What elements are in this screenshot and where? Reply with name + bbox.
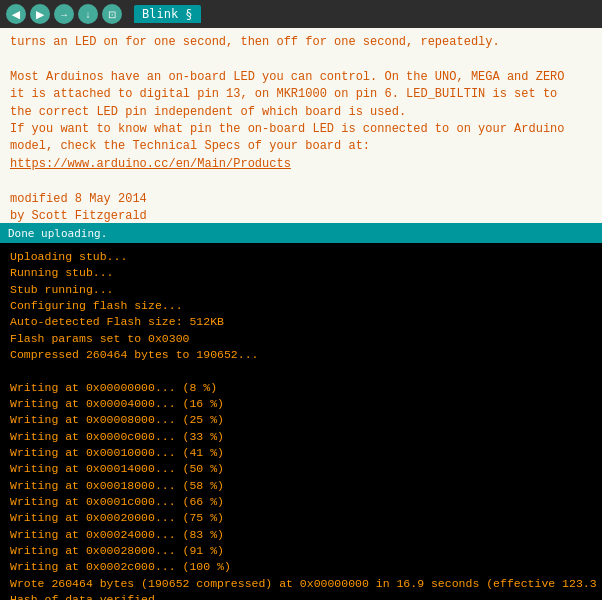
editor-line: by Scott Fitzgerald	[10, 208, 592, 223]
console-area: Uploading stub... Running stub... Stub r…	[0, 243, 602, 600]
console-line: Flash params set to 0x0300	[10, 331, 592, 347]
editor-line: If you want to know what pin the on-boar…	[10, 121, 592, 138]
editor-line	[10, 173, 592, 190]
console-line: Auto-detected Flash size: 512KB	[10, 314, 592, 330]
arduino-link[interactable]: https://www.arduino.cc/en/Main/Products	[10, 157, 291, 171]
console-line: Writing at 0x00018000... (58 %)	[10, 478, 592, 494]
save-button[interactable]: ↓	[78, 4, 98, 24]
console-line: Writing at 0x0002c000... (100 %)	[10, 559, 592, 575]
editor-line: modified 8 May 2014	[10, 191, 592, 208]
editor-line: Most Arduinos have an on-board LED you c…	[10, 69, 592, 86]
console-line: Writing at 0x0000c000... (33 %)	[10, 429, 592, 445]
console-line: Writing at 0x00004000... (16 %)	[10, 396, 592, 412]
console-line: Writing at 0x00008000... (25 %)	[10, 412, 592, 428]
sketch-tab[interactable]: Blink §	[134, 5, 201, 23]
editor-line: the correct LED pin independent of which…	[10, 104, 592, 121]
toolbar: ◀ ▶ → ↓ ⊡ Blink §	[0, 0, 602, 28]
status-text: Done uploading.	[8, 227, 107, 240]
editor-line	[10, 51, 592, 68]
console-line: Configuring flash size...	[10, 298, 592, 314]
editor-area: turns an LED on for one second, then off…	[0, 28, 602, 223]
console-line: Compressed 260464 bytes to 190652...	[10, 347, 592, 363]
editor-line: turns an LED on for one second, then off…	[10, 34, 592, 51]
forward-button[interactable]: ▶	[30, 4, 50, 24]
console-line: Wrote 260464 bytes (190652 compressed) a…	[10, 576, 592, 592]
console-line: Writing at 0x00020000... (75 %)	[10, 510, 592, 526]
back-button[interactable]: ◀	[6, 4, 26, 24]
editor-link-line[interactable]: https://www.arduino.cc/en/Main/Products	[10, 156, 592, 173]
console-line: Writing at 0x00014000... (50 %)	[10, 461, 592, 477]
console-line: Hash of data verified.	[10, 592, 592, 600]
console-line: Stub running...	[10, 282, 592, 298]
editor-line: it is attached to digital pin 13, on MKR…	[10, 86, 592, 103]
serial-monitor-button[interactable]: ⊡	[102, 4, 122, 24]
console-line: Running stub...	[10, 265, 592, 281]
upload-button[interactable]: →	[54, 4, 74, 24]
status-bar: Done uploading.	[0, 223, 602, 243]
console-line: Writing at 0x00000000... (8 %)	[10, 380, 592, 396]
console-line: Writing at 0x00010000... (41 %)	[10, 445, 592, 461]
console-line	[10, 363, 592, 379]
console-line: Writing at 0x0001c000... (66 %)	[10, 494, 592, 510]
console-line: Writing at 0x00028000... (91 %)	[10, 543, 592, 559]
console-line: Writing at 0x00024000... (83 %)	[10, 527, 592, 543]
console-line: Uploading stub...	[10, 249, 592, 265]
editor-line: model, check the Technical Specs of your…	[10, 138, 592, 155]
